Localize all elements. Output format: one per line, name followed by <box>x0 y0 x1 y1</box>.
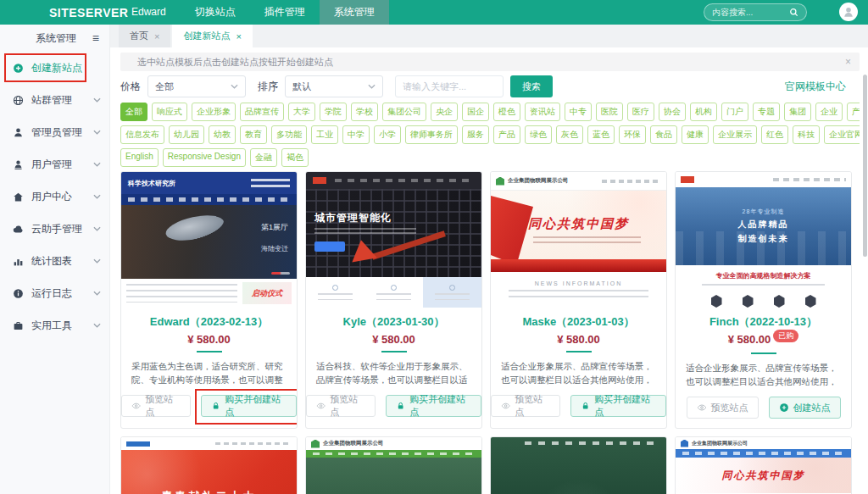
template-tag[interactable]: 金融 <box>250 148 277 167</box>
preview-site-button[interactable]: 预览站点 <box>306 395 376 417</box>
sidebar-item[interactable]: 站群管理 <box>0 84 109 116</box>
template-thumbnail[interactable]: 28年专业制造 人品牌精品 制造创未来 专业全面的高规格制造解决方案 <box>676 172 851 308</box>
template-tag[interactable]: 企业官网 <box>824 125 860 144</box>
template-tag[interactable]: 协会 <box>659 103 686 121</box>
template-tag[interactable]: 医疗 <box>627 103 654 121</box>
template-tag[interactable]: 健康 <box>682 125 709 144</box>
template-tag[interactable]: 绿色 <box>525 125 552 144</box>
card-description: 适合企业形象展示、品牌宣传等场景，也可以调整栏目以适合其他网站使用，您可以自由修… <box>676 361 851 390</box>
preview-site-button[interactable]: 预览站点 <box>687 397 759 419</box>
content-search-input[interactable] <box>712 8 789 17</box>
template-tag[interactable]: 服务 <box>462 125 489 144</box>
template-tag[interactable]: 全部 <box>120 103 147 121</box>
keyword-input[interactable] <box>395 75 504 97</box>
template-tag[interactable]: 中学 <box>342 125 370 144</box>
template-tag[interactable]: 科技 <box>793 125 820 144</box>
buy-and-create-site-button[interactable]: 购买并创建站点 <box>386 395 481 417</box>
template-tag[interactable]: 工业 <box>311 125 338 144</box>
sidebar-item[interactable]: 管理员管理 <box>0 116 109 148</box>
template-thumbnail[interactable]: 企业集团物联网展示公司 同心共筑中国梦 <box>676 437 851 494</box>
template-thumbnail[interactable]: 城市管理智能化 <box>306 172 481 308</box>
template-tag[interactable]: 资讯站 <box>525 103 560 121</box>
create-site-button[interactable]: 创建站点 <box>769 397 841 419</box>
scrollbar-thumb[interactable] <box>863 75 867 257</box>
topbar-nav-item[interactable]: Edward <box>117 0 181 25</box>
avatar[interactable] <box>839 3 858 21</box>
sidebar-item[interactable]: 统计图表 <box>0 245 109 277</box>
template-tag[interactable]: Responsive Design <box>163 148 246 167</box>
template-tag[interactable]: 橙色 <box>493 103 520 121</box>
template-tag[interactable]: 企业展示 <box>713 125 757 144</box>
template-tag[interactable]: 产品 <box>493 125 520 144</box>
template-tag[interactable]: 企业 <box>815 103 843 121</box>
template-thumbnail[interactable]: 企业集团物联网展示公司 同心共筑中国梦 NEWS INFORMATION <box>491 172 666 308</box>
topbar-nav-item[interactable]: 插件管理 <box>250 0 320 25</box>
sidebar-item[interactable]: 云助手管理 <box>0 213 109 245</box>
template-tag[interactable]: 蓝色 <box>587 125 615 144</box>
sidebar-item[interactable]: 运行日志 <box>0 277 109 309</box>
template-tag[interactable]: 褐色 <box>281 148 309 167</box>
template-tag[interactable]: 食品 <box>650 125 677 144</box>
sidebar-item[interactable]: 用户管理 <box>0 148 109 180</box>
template-tag[interactable]: 幼教 <box>209 125 236 144</box>
topbar-nav-item[interactable]: 系统管理 <box>320 0 389 25</box>
search-icon[interactable] <box>789 5 798 20</box>
template-thumbnail[interactable]: 企业集团物联网展示公司 成为以产品工业协同为先驱 全球领先、跨国经营的一流企业集… <box>306 437 481 494</box>
template-tag[interactable]: 幼儿园 <box>169 125 204 144</box>
sidebar-item[interactable]: 用户中心 <box>0 180 109 213</box>
template-tag[interactable]: 集团 <box>784 103 811 121</box>
sidebar-item[interactable]: 创建新站点 <box>0 52 109 84</box>
template-tag[interactable]: 学院 <box>320 103 347 121</box>
close-icon[interactable]: × <box>154 31 159 42</box>
card-description: 适合企业形象展示、品牌宣传等场景，也可以调整栏目以适合其他网站使用，您可以自由修… <box>491 359 666 388</box>
close-icon[interactable]: × <box>236 31 241 42</box>
template-tag[interactable]: 医院 <box>596 103 623 121</box>
hamburger-icon[interactable]: ≡ <box>92 31 99 45</box>
tab-create-site[interactable]: 创建新站点 × <box>172 25 252 47</box>
template-tag[interactable]: 机构 <box>690 103 717 121</box>
template-tag[interactable]: 大学 <box>288 103 315 121</box>
template-tag[interactable]: 产品展示 <box>847 103 860 121</box>
tag-row: EnglishResponsive Design金融褐色 <box>120 148 860 167</box>
template-card-finch: 28年专业制造 人品牌精品 制造创未来 专业全面的高规格制造解决方案 <box>675 171 852 429</box>
template-tag[interactable]: 品牌宣传 <box>240 103 284 121</box>
template-tag[interactable]: 环保 <box>619 125 646 144</box>
price-select[interactable]: 全部 <box>147 75 246 97</box>
template-tag[interactable]: 企业形象 <box>192 103 236 121</box>
sort-select[interactable]: 默认 <box>285 75 383 97</box>
template-tag[interactable]: 律师事务所 <box>405 125 458 144</box>
buy-and-create-site-button[interactable]: 购买并创建站点 <box>570 395 666 417</box>
template-tag[interactable]: 国企 <box>462 103 489 121</box>
template-tag[interactable]: 专题 <box>753 103 780 121</box>
template-tag[interactable]: 多功能 <box>271 125 307 144</box>
template-tag[interactable]: 红色 <box>761 125 788 144</box>
template-tag[interactable]: 央企 <box>431 103 458 121</box>
template-center-link[interactable]: 官网模板中心 <box>785 80 846 94</box>
template-thumbnail[interactable]: 科学技术研究所 第1展厅 海陆变迁 启动仪式 <box>121 172 297 308</box>
template-thumbnail[interactable]: 勇立潮头 奋勇争先 stands the head of the tide co… <box>491 437 666 494</box>
cloud-icon <box>13 224 24 235</box>
template-tag[interactable]: English <box>120 148 159 167</box>
template-tag[interactable]: 信息发布 <box>120 125 164 144</box>
sidebar-item[interactable]: 实用工具 <box>0 309 109 341</box>
chevron-down-icon <box>93 97 101 103</box>
template-tag[interactable]: 门户 <box>721 103 748 121</box>
notice-close-icon[interactable]: × <box>845 56 851 68</box>
topbar-nav-item[interactable]: 切换站点 <box>181 0 250 25</box>
preview-site-button[interactable]: 预览站点 <box>491 395 560 417</box>
template-tag[interactable]: 学校 <box>351 103 378 121</box>
template-tag[interactable]: 灰色 <box>556 125 583 144</box>
search-button[interactable]: 搜索 <box>510 75 553 97</box>
template-tag[interactable]: 教育 <box>240 125 267 144</box>
template-thumbnail[interactable]: 青春献礼二十大 强国有我新征程 CELEBRATE THE 20TH PARTY… <box>121 437 297 494</box>
eye-icon <box>316 401 326 411</box>
buy-and-create-site-button[interactable]: 购买并创建站点 <box>201 395 297 417</box>
template-tag[interactable]: 集团公司 <box>382 103 426 121</box>
preview-site-button[interactable]: 预览站点 <box>121 395 191 417</box>
notice-bar: 选中站点模板后点击创建站点按钮开始创建站点 × <box>120 53 860 71</box>
tab-home[interactable]: 首页 × <box>119 25 170 47</box>
tag-row: 信息发布幼儿园幼教教育多功能工业中学小学律师事务所服务产品绿色灰色蓝色环保食品健… <box>120 125 860 144</box>
template-tag[interactable]: 响应式 <box>152 103 187 121</box>
template-tag[interactable]: 中专 <box>565 103 592 121</box>
template-tag[interactable]: 小学 <box>374 125 401 144</box>
